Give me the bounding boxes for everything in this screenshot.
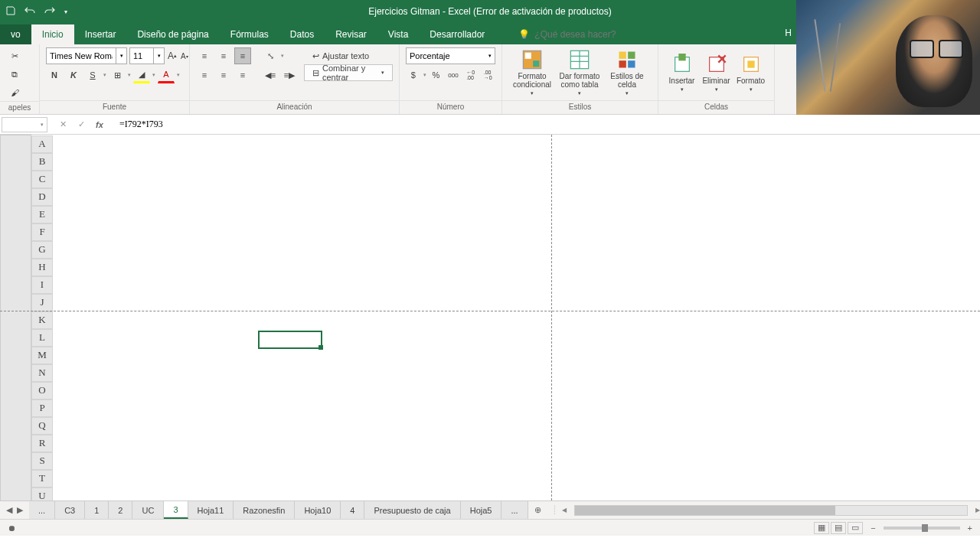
align-center-button[interactable]: ≡ <box>215 67 232 83</box>
conditional-format-button[interactable]: Formato condicional▾ <box>508 47 556 98</box>
align-right-button[interactable]: ≡ <box>234 67 251 83</box>
name-box[interactable]: ▾ <box>2 117 47 132</box>
increase-decimal-button[interactable]: ←0.00 <box>463 67 479 83</box>
tab-inicio[interactable]: Inicio <box>31 24 74 44</box>
col-header[interactable]: D <box>31 188 54 206</box>
col-header[interactable]: U <box>31 487 54 501</box>
hscroll-thumb[interactable] <box>575 506 835 515</box>
col-header[interactable]: C <box>31 171 54 188</box>
select-all-cell[interactable] <box>1 135 31 501</box>
decrease-font-button[interactable]: A▾ <box>180 47 189 64</box>
col-header[interactable]: B <box>31 153 54 171</box>
orientation-button[interactable]: ⤡ <box>262 47 279 64</box>
tab-formulas[interactable]: Fórmulas <box>220 24 279 44</box>
font-size-select[interactable] <box>129 47 154 64</box>
sheet-tab-more-right[interactable]: ... <box>501 501 528 519</box>
zoom-in-button[interactable]: + <box>968 523 972 533</box>
col-header[interactable]: T <box>31 470 54 487</box>
merge-center-button[interactable]: ⊟Combinar y centrar▾ <box>304 64 393 81</box>
cut-button[interactable]: ✂ <box>6 47 23 64</box>
tab-datos[interactable]: Datos <box>279 24 325 44</box>
col-header[interactable]: E <box>31 206 54 223</box>
accept-formula-button[interactable]: ✓ <box>72 117 90 132</box>
col-header[interactable]: K <box>31 311 54 329</box>
sheet-tab-more-left[interactable]: ... <box>29 501 55 519</box>
col-header[interactable]: M <box>31 347 54 364</box>
col-header[interactable]: H <box>31 259 54 276</box>
undo-icon[interactable] <box>24 6 35 18</box>
italic-button[interactable]: K <box>65 67 82 83</box>
add-sheet-button[interactable]: ⊕ <box>528 501 547 519</box>
format-cells-button[interactable]: Formato▾ <box>733 47 768 98</box>
borders-button[interactable]: ⊞ <box>109 67 126 83</box>
col-header[interactable]: A <box>31 135 54 153</box>
font-name-dropdown[interactable]: ▾ <box>116 47 127 64</box>
increase-font-button[interactable]: A▴ <box>167 47 178 64</box>
decrease-decimal-button[interactable]: .00→0 <box>480 67 495 83</box>
percent-format-button[interactable]: % <box>429 67 444 83</box>
accounting-format-button[interactable]: $ <box>406 67 421 83</box>
sheet-nav-first[interactable]: ◀ <box>5 505 14 515</box>
sheet-tab-4[interactable]: 4 <box>341 501 364 519</box>
tab-diseno[interactable]: Diseño de página <box>126 24 219 44</box>
sheet-nav-prev[interactable]: ▶ <box>15 505 24 515</box>
cell-styles-button[interactable]: Estilos de celda▾ <box>603 47 651 98</box>
col-header[interactable]: L <box>31 329 54 347</box>
sheet-tab-hoja5[interactable]: Hoja5 <box>461 501 502 519</box>
decrease-indent-button[interactable]: ◀≡ <box>262 67 279 83</box>
hscroll-left[interactable]: ◀ <box>562 507 567 514</box>
col-header[interactable]: O <box>31 382 54 399</box>
fill-color-button[interactable]: ◢ <box>133 67 150 83</box>
tell-me-input[interactable] <box>534 29 642 40</box>
sheet-tab-c3[interactable]: C3 <box>55 501 85 519</box>
col-header[interactable]: Q <box>31 417 54 435</box>
col-header[interactable]: I <box>31 276 54 294</box>
sheet-tab-presupuesto[interactable]: Presupuesto de caja <box>364 501 460 519</box>
copy-button[interactable]: ⧉ <box>6 66 23 83</box>
horizontal-scrollbar[interactable] <box>574 505 968 516</box>
sheet-tab-3[interactable]: 3 <box>164 501 188 519</box>
wrap-text-button[interactable]: ↩Ajustar texto <box>304 47 377 64</box>
insert-function-button[interactable]: fx <box>90 117 109 132</box>
col-header[interactable]: S <box>31 452 54 470</box>
align-top-button[interactable]: ≡ <box>196 47 213 64</box>
tab-insertar[interactable]: Insertar <box>74 24 127 44</box>
tab-desarrollador[interactable]: Desarrollador <box>419 24 495 44</box>
tab-revisar[interactable]: Revisar <box>325 24 377 44</box>
font-color-button[interactable]: A <box>158 67 175 83</box>
tell-me-search[interactable]: 💡 <box>511 24 649 44</box>
redo-icon[interactable] <box>44 6 55 18</box>
sheet-tab-hoja11[interactable]: Hoja11 <box>188 501 234 519</box>
sheet-tab-uc[interactable]: UC <box>132 501 164 519</box>
sheet-tab-razonesfin[interactable]: Razonesfin <box>234 501 295 519</box>
underline-button[interactable]: S <box>84 67 101 83</box>
formula-input[interactable] <box>115 119 980 130</box>
save-icon[interactable] <box>6 6 15 18</box>
zoom-thumb[interactable] <box>922 524 928 532</box>
col-header[interactable]: R <box>31 435 54 452</box>
zoom-out-button[interactable]: − <box>871 523 875 533</box>
view-normal-button[interactable]: ▦ <box>814 522 829 534</box>
insert-cells-button[interactable]: Insertar▾ <box>665 47 699 98</box>
zoom-slider[interactable] <box>884 527 960 530</box>
align-middle-button[interactable]: ≡ <box>215 47 232 64</box>
view-page-layout-button[interactable]: ▤ <box>831 522 846 534</box>
qat-customize-icon[interactable]: ▾ <box>64 8 67 15</box>
align-left-button[interactable]: ≡ <box>196 67 213 83</box>
col-header[interactable]: F <box>31 223 54 241</box>
comma-format-button[interactable]: 000 <box>446 67 461 83</box>
sheet-tab-1[interactable]: 1 <box>85 501 109 519</box>
tab-vista[interactable]: Vista <box>377 24 419 44</box>
hscroll-right[interactable]: ▶ <box>975 507 980 514</box>
view-page-break-button[interactable]: ▭ <box>848 522 863 534</box>
increase-indent-button[interactable]: ≡▶ <box>281 67 298 83</box>
number-format-select[interactable]: Porcentaje▾ <box>406 47 495 64</box>
align-bottom-button[interactable]: ≡ <box>234 47 251 64</box>
sheet-tab-2[interactable]: 2 <box>109 501 132 519</box>
grid-table[interactable]: A B C D E F G H I J K L M N O P Q R S T … <box>0 135 980 500</box>
font-size-dropdown[interactable]: ▾ <box>154 47 165 64</box>
col-header[interactable]: N <box>31 364 54 382</box>
bold-button[interactable]: N <box>46 67 63 83</box>
tab-archivo[interactable]: vo <box>0 24 31 44</box>
font-name-select[interactable] <box>46 47 116 64</box>
